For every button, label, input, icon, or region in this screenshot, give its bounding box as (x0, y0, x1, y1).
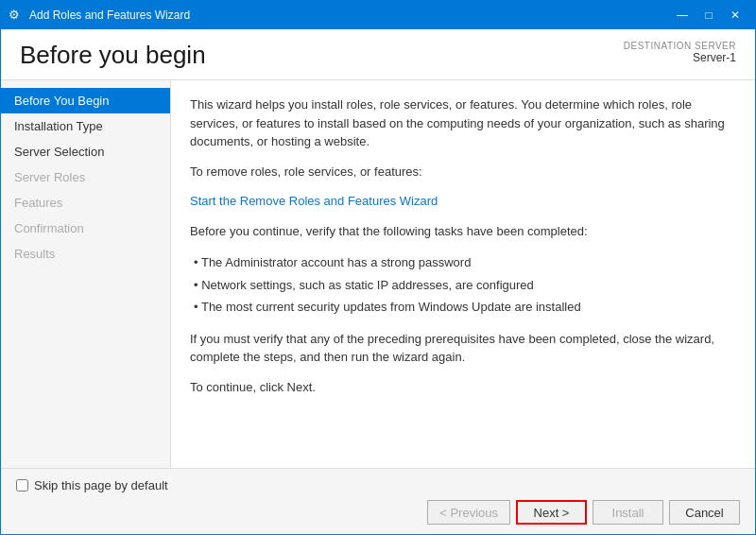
sidebar-item-before-you-begin[interactable]: Before You Begin (1, 88, 170, 113)
title-bar: ⚙ Add Roles and Features Wizard — □ ✕ (1, 1, 755, 29)
sidebar-item-features: Features (1, 190, 170, 216)
install-button[interactable]: Install (593, 500, 663, 525)
next-button[interactable]: Next > (516, 500, 587, 525)
content-paragraph-1: This wizard helps you install roles, rol… (190, 95, 736, 151)
window-title: Add Roles and Features Wizard (29, 9, 190, 22)
list-item: Network settings, such as static IP addr… (194, 274, 736, 297)
footer: Skip this page by default < Previous Nex… (1, 468, 755, 534)
app-icon: ⚙ (9, 8, 24, 23)
window-controls: — □ ✕ (670, 6, 747, 25)
sidebar-item-server-roles: Server Roles (1, 164, 170, 190)
button-row: < Previous Next > Install Cancel (16, 500, 740, 525)
remove-roles-link[interactable]: Start the Remove Roles and Features Wiza… (190, 194, 438, 208)
list-item: The Administrator account has a strong p… (194, 251, 736, 274)
maximize-button[interactable]: □ (696, 6, 721, 25)
main-content: Before You Begin Installation Type Serve… (1, 80, 755, 468)
close-button[interactable]: ✕ (723, 6, 747, 25)
title-bar-left: ⚙ Add Roles and Features Wizard (9, 8, 190, 23)
skip-checkbox[interactable] (16, 479, 28, 492)
content-paragraph-3: Before you continue, verify that the fol… (190, 222, 736, 241)
sidebar-item-server-selection[interactable]: Server Selection (1, 139, 170, 164)
sidebar-item-confirmation: Confirmation (1, 216, 170, 241)
destination-server: DESTINATION SERVER Server-1 (624, 41, 736, 64)
content-paragraph-2: To remove roles, role services, or featu… (190, 163, 736, 181)
list-item: The most current security updates from W… (194, 296, 736, 319)
minimize-button[interactable]: — (670, 6, 695, 25)
content-paragraph-5: To continue, click Next. (190, 378, 736, 397)
destination-label: DESTINATION SERVER (624, 41, 736, 51)
wizard-window: ⚙ Add Roles and Features Wizard — □ ✕ Be… (0, 0, 756, 535)
content-paragraph-4: If you must verify that any of the prece… (190, 330, 736, 367)
skip-checkbox-label[interactable]: Skip this page by default (34, 478, 168, 492)
sidebar: Before You Begin Installation Type Serve… (1, 80, 171, 468)
sidebar-item-installation-type[interactable]: Installation Type (1, 113, 170, 139)
sidebar-item-results: Results (1, 241, 170, 267)
prerequisites-list: The Administrator account has a strong p… (190, 251, 736, 319)
cancel-button[interactable]: Cancel (669, 500, 740, 525)
content-area: This wizard helps you install roles, rol… (171, 80, 755, 468)
previous-button[interactable]: < Previous (427, 500, 510, 525)
page-title: Before you begin (20, 41, 206, 70)
skip-checkbox-row: Skip this page by default (16, 478, 740, 492)
header-area: Before you begin DESTINATION SERVER Serv… (1, 29, 755, 80)
destination-value: Server-1 (624, 51, 736, 64)
